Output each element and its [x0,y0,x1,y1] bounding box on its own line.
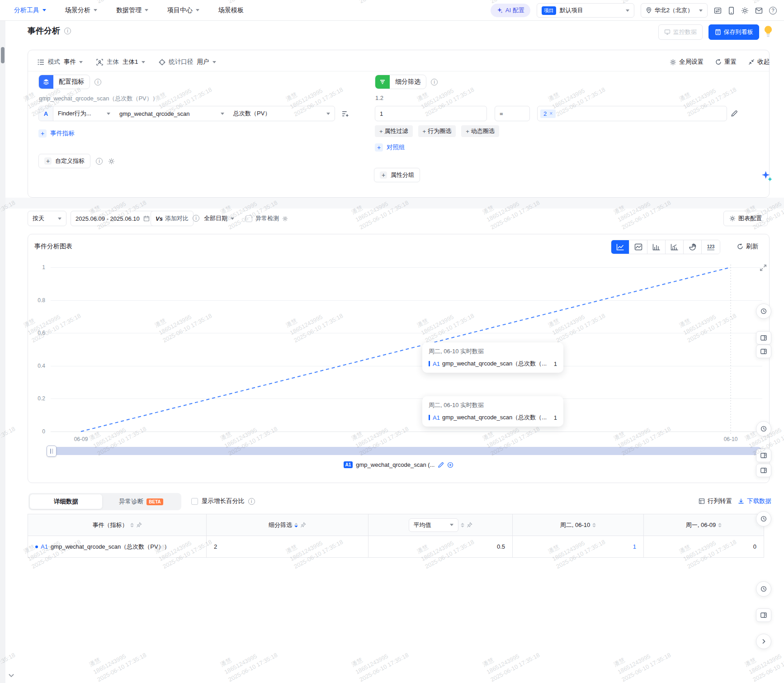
event-name-select[interactable]: gmp_wechat_qrcode_scan [115,110,229,117]
info-icon[interactable]: i [248,498,255,505]
anomaly-checkbox[interactable] [246,215,252,222]
chart-config-button[interactable]: 图表配置 [723,211,768,226]
filter-field-input[interactable]: 1 [375,106,487,121]
project-select[interactable]: 项目 默认项目 [537,3,634,18]
add-to-dashboard-icon[interactable] [447,462,453,468]
pin-icon[interactable] [136,522,142,528]
ai-config-button[interactable]: AI 配置 [491,4,530,17]
add-filter-to-metric-icon[interactable] [341,110,349,118]
pin-icon[interactable] [467,522,472,528]
left-scrollbar-thumb[interactable] [1,47,5,63]
filters-section-header: 细分筛选 i [375,75,438,89]
add-custom-metric-button[interactable]: + 自定义指标 [38,154,90,168]
growth-checkbox[interactable] [191,498,198,505]
add-compare-group-button[interactable]: + 对照组 [375,143,405,152]
reader-card-button[interactable] [756,449,771,462]
area-chart-icon [634,243,642,251]
info-icon[interactable]: i [193,215,199,222]
history-clock-button[interactable] [756,421,771,436]
ai-assistant-sparkle-icon[interactable] [760,170,773,183]
info-icon[interactable]: i [96,158,103,165]
gear-icon[interactable] [108,158,115,165]
mail-icon[interactable] [755,7,763,14]
add-event-metric-button[interactable]: + 事件指标 [38,129,75,138]
sort-icon[interactable] [592,523,596,527]
chart-type-line-button[interactable] [611,240,629,254]
chart-type-pie-button[interactable] [684,240,702,254]
save-to-dashboard-button[interactable]: 保存到看板 [708,24,759,40]
all-dates-select[interactable]: 全部日期 [204,211,234,226]
chevron-right-button[interactable] [756,634,771,649]
reader-card-button[interactable] [756,345,771,358]
global-settings-button[interactable]: 全局设置 [670,58,704,66]
nav-item-analysis-tools[interactable]: 分析工具 [14,6,46,14]
history-clock-button[interactable] [756,581,771,597]
add-compare-button[interactable]: Vs 添加对比 [151,211,194,226]
expand-icon[interactable] [760,264,767,271]
granularity-select[interactable]: 按天 [28,211,66,226]
nav-item-data-management[interactable]: 数据管理 [116,6,148,14]
reader-card-button[interactable] [756,331,771,345]
scroll-down-chevron-icon[interactable] [7,671,15,679]
filter-operator-select[interactable]: = [495,106,530,121]
download-data-button[interactable]: 下载数据 [738,497,771,505]
reader-card-button[interactable] [756,608,771,622]
add-property-filter-chip[interactable]: +属性过滤 [375,125,413,137]
edit-pencil-icon[interactable] [438,462,444,468]
aggregate-mode-select[interactable]: 平均值 [409,518,458,532]
gridline [51,432,762,432]
filter-value-field[interactable]: 2× [537,106,727,121]
collapse-button[interactable]: 收起 [748,58,770,66]
edit-pencil-icon[interactable] [731,110,738,117]
sort-icon[interactable] [461,523,464,527]
lightbulb-icon[interactable] [763,25,773,39]
reader-card-button[interactable] [756,464,771,477]
nav-item-scene-analysis[interactable]: 场景分析 [65,6,97,14]
pin-icon[interactable] [300,522,306,528]
info-icon[interactable]: i [64,28,71,34]
aggregation-select[interactable]: 总次数（PV） [229,109,335,118]
filter-value-tag[interactable]: 2× [540,109,556,118]
monitor-data-button[interactable]: 监控数据 [658,24,703,40]
history-clock-button[interactable] [756,304,771,319]
nav-item-scene-template[interactable]: 场景模板 [218,6,244,14]
tab-anomaly-diagnosis[interactable]: 异常诊断 BETA [102,494,180,509]
sort-icon[interactable] [718,523,722,527]
chart-tooltip: 周二, 06-10 实时数据 A1 gmp_wechat_qrcode_scan… [422,342,563,373]
add-dynamic-select-chip[interactable]: +动态圈选 [461,125,499,137]
x-axis-tick: 06-10 [724,436,738,442]
caliber-select[interactable]: 统计口径 用户 [159,58,216,66]
tab-detail-data[interactable]: 详细数据 [30,494,102,509]
region-select[interactable]: 华北2（北京） [641,3,708,18]
chart-type-combo-button[interactable] [666,240,684,254]
add-behavior-select-chip[interactable]: +行为圈选 [418,125,456,137]
chart-datazoom-handle[interactable] [47,446,57,457]
behavior-type-select[interactable]: Finder行为... [53,109,115,118]
refresh-chart-button[interactable]: 刷新 [737,241,758,252]
gear-icon[interactable] [282,216,288,222]
chart-type-table-button[interactable]: 123 [702,240,720,254]
mobile-icon[interactable] [728,7,735,14]
chart-type-bar-button[interactable] [647,240,666,254]
mode-select[interactable]: 模式 事件 [38,58,83,66]
gear-icon[interactable] [741,7,749,14]
legend-series-badge[interactable]: A1 [344,461,353,468]
legend-label[interactable]: gmp_wechat_qrcode_scan (... [356,461,435,468]
left-scrollbar-track [0,21,5,683]
transpose-button[interactable]: 行列转置 [699,497,732,505]
sort-icon[interactable] [130,523,134,527]
sort-icon[interactable] [294,523,298,527]
chart-datazoom-track[interactable] [50,447,762,455]
nav-item-project-center[interactable]: 项目中心 [167,6,199,14]
info-icon[interactable]: i [431,79,438,85]
close-icon[interactable]: × [549,110,553,117]
subject-select[interactable]: 主体 主体1 [96,58,145,66]
chart-type-area-button[interactable] [629,240,647,254]
info-icon[interactable]: i [94,79,101,85]
help-icon[interactable]: ? [769,7,777,14]
reset-button[interactable]: 重置 [715,58,737,66]
date-range-picker[interactable]: 2025.06.09 - 2025.06.10 [71,211,155,226]
add-attribute-group-button[interactable]: + 属性分组 [374,168,420,182]
console-switch-icon[interactable] [714,7,722,14]
history-clock-button[interactable] [756,511,771,526]
